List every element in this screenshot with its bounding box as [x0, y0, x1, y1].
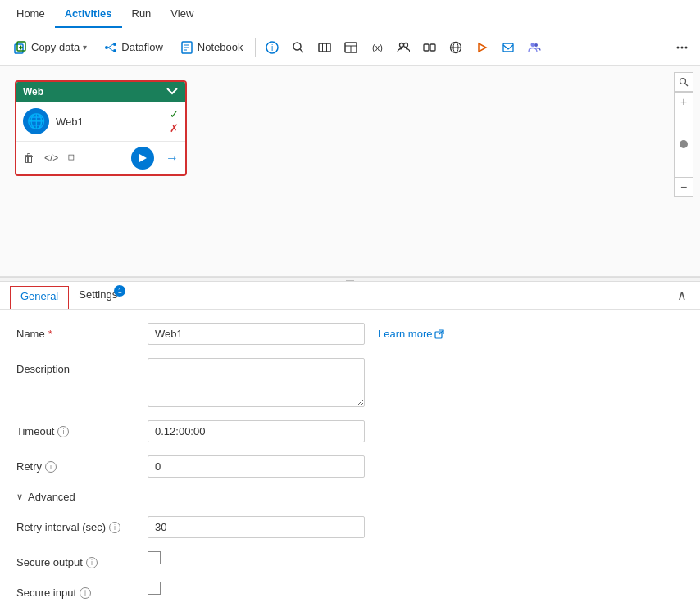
description-input[interactable]: [148, 358, 365, 407]
copy-data-button[interactable]: Copy data ▾: [7, 37, 93, 58]
learn-more-link[interactable]: Learn more: [378, 328, 444, 340]
svg-point-24: [399, 43, 403, 47]
svg-point-35: [677, 46, 680, 48]
svg-line-8: [108, 48, 113, 51]
svg-rect-0: [15, 44, 23, 53]
columns-button[interactable]: [313, 38, 336, 57]
secure-input-info-icon[interactable]: i: [80, 587, 91, 599]
secure-input-label: Secure input i: [16, 582, 148, 599]
notebook-icon: [180, 40, 194, 55]
secure-input-checkbox[interactable]: [148, 582, 161, 595]
description-control-area: [148, 358, 684, 407]
table-button[interactable]: [339, 38, 362, 57]
svg-rect-32: [503, 43, 513, 52]
secure-output-control-area: [148, 551, 684, 564]
name-required: *: [48, 328, 52, 340]
activity-bottom-actions: 🗑 </> ⧉ →: [16, 142, 185, 174]
svg-rect-17: [319, 43, 330, 52]
search-toolbar-button[interactable]: [287, 38, 310, 57]
retry-input[interactable]: [148, 455, 365, 478]
svg-marker-31: [479, 43, 486, 52]
retry-interval-label: Retry interval (sec) i: [16, 516, 148, 533]
arrow-button[interactable]: [470, 38, 493, 57]
retry-interval-input[interactable]: [148, 516, 365, 538]
secure-output-row: Secure output i: [16, 551, 684, 568]
zoom-in-button[interactable]: +: [674, 92, 693, 111]
code-icon[interactable]: </>: [44, 152, 58, 164]
people-button[interactable]: [392, 38, 415, 57]
split-button[interactable]: [418, 38, 441, 57]
settings-badge: 1: [114, 285, 125, 297]
notebook-label: Notebook: [198, 41, 243, 53]
retry-control-area: [148, 455, 684, 478]
advanced-section[interactable]: ∨ Advanced: [16, 491, 684, 503]
bottom-panel: General Settings 1 ∧ Name * Learn more: [0, 282, 700, 607]
advanced-chevron-icon: ∨: [16, 491, 23, 502]
copy-data-label: Copy data: [31, 41, 80, 53]
timeout-info-icon[interactable]: i: [57, 426, 69, 437]
name-input[interactable]: [148, 323, 365, 345]
activity-node-body: 🌐 Web1 ✓ ✗: [16, 102, 185, 142]
teams-button[interactable]: [523, 38, 546, 57]
dataflow-button[interactable]: Dataflow: [97, 37, 170, 58]
timeout-input[interactable]: [148, 420, 365, 442]
delete-icon[interactable]: 🗑: [23, 152, 34, 165]
svg-marker-38: [139, 154, 147, 162]
svg-line-40: [685, 84, 689, 87]
activity-node-header: Web: [16, 82, 185, 102]
canvas-area: Web 🌐 Web1 ✓ ✗ 🗑 </> ⧉ → +: [0, 66, 700, 277]
globe-button[interactable]: [444, 38, 467, 57]
copy-data-icon: [13, 40, 28, 55]
nav-run[interactable]: Run: [122, 1, 161, 28]
more-button[interactable]: [670, 38, 693, 57]
notebook-button[interactable]: Notebook: [173, 37, 250, 58]
secure-input-row: Secure input i: [16, 582, 684, 599]
activity-node-web1[interactable]: Web 🌐 Web1 ✓ ✗ 🗑 </> ⧉ →: [15, 80, 187, 176]
svg-point-15: [293, 43, 301, 50]
outlook-button[interactable]: [497, 38, 520, 57]
svg-point-5: [113, 43, 116, 46]
name-input-row: Learn more: [148, 323, 684, 345]
svg-rect-27: [430, 44, 435, 51]
expression-button[interactable]: (x): [366, 38, 389, 57]
timeout-label: Timeout i: [16, 420, 148, 437]
nav-home[interactable]: Home: [7, 1, 55, 28]
nav-activities[interactable]: Activities: [55, 1, 122, 28]
zoom-controls: + −: [674, 72, 693, 197]
arrow-right-icon[interactable]: →: [166, 151, 179, 165]
collapse-panel-button[interactable]: ∧: [674, 284, 690, 306]
secure-output-checkbox[interactable]: [148, 551, 161, 564]
node-close-icon: ✗: [170, 122, 179, 134]
retry-info-icon[interactable]: i: [45, 461, 57, 473]
name-control-area: Learn more: [148, 323, 684, 345]
advanced-label: Advanced: [28, 491, 75, 503]
svg-line-7: [108, 44, 113, 48]
name-label: Name *: [16, 323, 148, 340]
toolbar-sep-1: [255, 38, 256, 57]
zoom-search-button[interactable]: [674, 72, 693, 92]
zoom-slider-thumb[interactable]: [680, 140, 688, 148]
timeout-row: Timeout i: [16, 420, 684, 442]
tab-settings-label: Settings: [79, 288, 117, 301]
dataflow-label: Dataflow: [121, 41, 163, 53]
tab-general-label: General: [20, 290, 58, 302]
timeout-control-area: [148, 420, 684, 442]
retry-interval-row: Retry interval (sec) i: [16, 516, 684, 538]
top-nav: Home Activities Run View: [0, 0, 700, 29]
name-row: Name * Learn more: [16, 323, 684, 345]
info-toolbar-button[interactable]: i: [261, 38, 284, 57]
svg-point-34: [530, 43, 534, 47]
activity-go-button[interactable]: [131, 147, 154, 170]
nav-view[interactable]: View: [161, 1, 203, 28]
svg-point-33: [534, 43, 538, 47]
svg-line-16: [300, 49, 303, 52]
retry-label: Retry i: [16, 455, 148, 473]
toolbar: Copy data ▾ Dataflow Notebook i (x): [0, 29, 700, 66]
tab-settings[interactable]: Settings 1: [69, 282, 127, 309]
copy-icon[interactable]: ⧉: [68, 152, 75, 165]
retry-interval-info-icon[interactable]: i: [109, 522, 120, 533]
external-link-icon: [434, 329, 444, 339]
tab-general[interactable]: General: [10, 286, 69, 309]
secure-output-info-icon[interactable]: i: [86, 557, 98, 568]
zoom-out-button[interactable]: −: [674, 177, 693, 197]
